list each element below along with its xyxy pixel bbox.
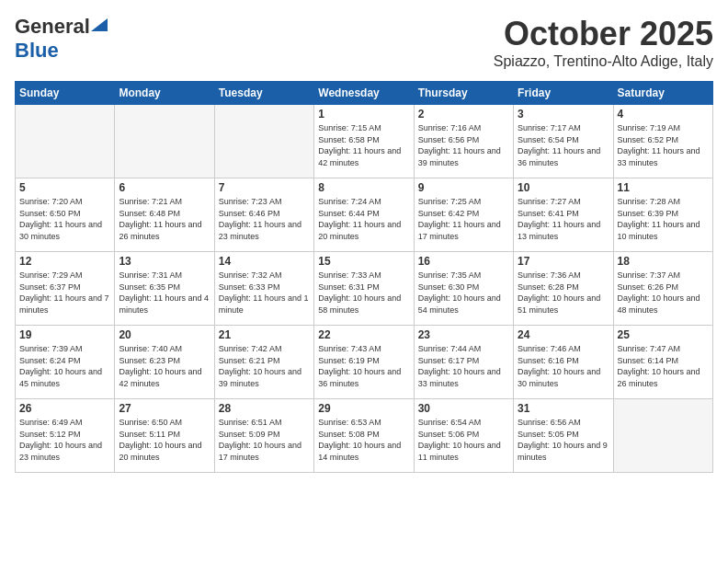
day-number: 26 bbox=[19, 402, 110, 415]
day-number: 14 bbox=[219, 255, 310, 268]
calendar-cell: 28Sunrise: 6:51 AMSunset: 5:09 PMDayligh… bbox=[214, 399, 313, 473]
logo-general: General bbox=[15, 15, 90, 39]
day-number: 29 bbox=[318, 402, 409, 415]
day-number: 3 bbox=[518, 108, 609, 121]
calendar-cell: 21Sunrise: 7:42 AMSunset: 6:21 PMDayligh… bbox=[214, 326, 313, 399]
calendar-table: SundayMondayTuesdayWednesdayThursdayFrid… bbox=[15, 81, 713, 473]
day-number: 27 bbox=[119, 402, 210, 415]
calendar-cell: 6Sunrise: 7:21 AMSunset: 6:48 PMDaylight… bbox=[115, 178, 214, 252]
day-number: 7 bbox=[219, 181, 310, 194]
title-block: October 2025 Spiazzo, Trentino-Alto Adig… bbox=[494, 15, 713, 70]
day-number: 1 bbox=[318, 108, 409, 121]
calendar-week-4: 19Sunrise: 7:39 AMSunset: 6:24 PMDayligh… bbox=[16, 326, 713, 399]
day-info: Sunrise: 6:53 AMSunset: 5:08 PMDaylight:… bbox=[318, 417, 409, 463]
calendar-cell: 8Sunrise: 7:24 AMSunset: 6:44 PMDaylight… bbox=[314, 178, 414, 252]
day-info: Sunrise: 7:35 AMSunset: 6:30 PMDaylight:… bbox=[418, 270, 509, 316]
weekday-header-monday: Monday bbox=[115, 82, 214, 105]
calendar-cell: 17Sunrise: 7:36 AMSunset: 6:28 PMDayligh… bbox=[514, 252, 613, 326]
day-number: 5 bbox=[19, 181, 110, 194]
calendar-week-5: 26Sunrise: 6:49 AMSunset: 5:12 PMDayligh… bbox=[16, 399, 713, 473]
day-info: Sunrise: 7:31 AMSunset: 6:35 PMDaylight:… bbox=[119, 270, 210, 316]
day-info: Sunrise: 6:56 AMSunset: 5:05 PMDaylight:… bbox=[518, 417, 609, 463]
calendar-cell: 1Sunrise: 7:15 AMSunset: 6:58 PMDaylight… bbox=[314, 105, 414, 178]
logo: General Blue bbox=[15, 15, 108, 63]
day-info: Sunrise: 7:21 AMSunset: 6:48 PMDaylight:… bbox=[119, 196, 210, 242]
day-number: 16 bbox=[418, 255, 509, 268]
month-title: October 2025 bbox=[494, 15, 713, 53]
weekday-header-row: SundayMondayTuesdayWednesdayThursdayFrid… bbox=[16, 82, 713, 105]
calendar-cell: 27Sunrise: 6:50 AMSunset: 5:11 PMDayligh… bbox=[115, 399, 214, 473]
calendar-cell bbox=[16, 105, 115, 178]
day-info: Sunrise: 7:46 AMSunset: 6:16 PMDaylight:… bbox=[518, 343, 609, 389]
calendar-week-3: 12Sunrise: 7:29 AMSunset: 6:37 PMDayligh… bbox=[16, 252, 713, 326]
day-info: Sunrise: 7:25 AMSunset: 6:42 PMDaylight:… bbox=[418, 196, 509, 242]
weekday-header-sunday: Sunday bbox=[16, 82, 115, 105]
calendar-cell bbox=[115, 105, 214, 178]
day-info: Sunrise: 7:40 AMSunset: 6:23 PMDaylight:… bbox=[119, 343, 210, 389]
day-info: Sunrise: 7:16 AMSunset: 6:56 PMDaylight:… bbox=[418, 122, 509, 168]
day-info: Sunrise: 7:39 AMSunset: 6:24 PMDaylight:… bbox=[19, 343, 110, 389]
day-info: Sunrise: 7:37 AMSunset: 6:26 PMDaylight:… bbox=[618, 270, 709, 316]
day-info: Sunrise: 7:20 AMSunset: 6:50 PMDaylight:… bbox=[19, 196, 110, 242]
calendar-cell: 15Sunrise: 7:33 AMSunset: 6:31 PMDayligh… bbox=[314, 252, 414, 326]
calendar-cell: 26Sunrise: 6:49 AMSunset: 5:12 PMDayligh… bbox=[16, 399, 115, 473]
day-info: Sunrise: 7:42 AMSunset: 6:21 PMDaylight:… bbox=[219, 343, 310, 389]
weekday-header-wednesday: Wednesday bbox=[314, 82, 414, 105]
weekday-header-tuesday: Tuesday bbox=[214, 82, 313, 105]
day-number: 13 bbox=[119, 255, 210, 268]
day-number: 22 bbox=[318, 328, 409, 341]
calendar-cell: 12Sunrise: 7:29 AMSunset: 6:37 PMDayligh… bbox=[16, 252, 115, 326]
calendar-cell: 3Sunrise: 7:17 AMSunset: 6:54 PMDaylight… bbox=[514, 105, 613, 178]
page-header: General Blue October 2025 Spiazzo, Trent… bbox=[15, 15, 713, 70]
day-info: Sunrise: 6:50 AMSunset: 5:11 PMDaylight:… bbox=[119, 417, 210, 463]
day-info: Sunrise: 7:43 AMSunset: 6:19 PMDaylight:… bbox=[318, 343, 409, 389]
calendar-cell: 20Sunrise: 7:40 AMSunset: 6:23 PMDayligh… bbox=[115, 326, 214, 399]
day-info: Sunrise: 7:28 AMSunset: 6:39 PMDaylight:… bbox=[618, 196, 709, 242]
svg-marker-0 bbox=[91, 18, 108, 31]
day-info: Sunrise: 7:44 AMSunset: 6:17 PMDaylight:… bbox=[418, 343, 509, 389]
day-number: 21 bbox=[219, 328, 310, 341]
calendar-week-1: 1Sunrise: 7:15 AMSunset: 6:58 PMDaylight… bbox=[16, 105, 713, 178]
calendar-cell: 19Sunrise: 7:39 AMSunset: 6:24 PMDayligh… bbox=[16, 326, 115, 399]
day-number: 17 bbox=[518, 255, 609, 268]
calendar-week-2: 5Sunrise: 7:20 AMSunset: 6:50 PMDaylight… bbox=[16, 178, 713, 252]
day-info: Sunrise: 6:54 AMSunset: 5:06 PMDaylight:… bbox=[418, 417, 509, 463]
calendar-cell: 23Sunrise: 7:44 AMSunset: 6:17 PMDayligh… bbox=[414, 326, 513, 399]
calendar-cell: 24Sunrise: 7:46 AMSunset: 6:16 PMDayligh… bbox=[514, 326, 613, 399]
calendar-cell: 10Sunrise: 7:27 AMSunset: 6:41 PMDayligh… bbox=[514, 178, 613, 252]
day-number: 4 bbox=[618, 108, 709, 121]
calendar-cell: 31Sunrise: 6:56 AMSunset: 5:05 PMDayligh… bbox=[514, 399, 613, 473]
weekday-header-saturday: Saturday bbox=[613, 82, 712, 105]
day-number: 23 bbox=[418, 328, 509, 341]
day-number: 11 bbox=[618, 181, 709, 194]
day-number: 15 bbox=[318, 255, 409, 268]
day-number: 25 bbox=[618, 328, 709, 341]
calendar-cell: 2Sunrise: 7:16 AMSunset: 6:56 PMDaylight… bbox=[414, 105, 513, 178]
day-number: 30 bbox=[418, 402, 509, 415]
day-info: Sunrise: 6:49 AMSunset: 5:12 PMDaylight:… bbox=[19, 417, 110, 463]
day-number: 24 bbox=[518, 328, 609, 341]
day-info: Sunrise: 7:32 AMSunset: 6:33 PMDaylight:… bbox=[219, 270, 310, 316]
calendar-cell: 7Sunrise: 7:23 AMSunset: 6:46 PMDaylight… bbox=[214, 178, 313, 252]
calendar-cell: 18Sunrise: 7:37 AMSunset: 6:26 PMDayligh… bbox=[613, 252, 712, 326]
day-info: Sunrise: 6:51 AMSunset: 5:09 PMDaylight:… bbox=[219, 417, 310, 463]
weekday-header-friday: Friday bbox=[514, 82, 613, 105]
day-number: 28 bbox=[219, 402, 310, 415]
calendar-cell: 11Sunrise: 7:28 AMSunset: 6:39 PMDayligh… bbox=[613, 178, 712, 252]
day-info: Sunrise: 7:29 AMSunset: 6:37 PMDaylight:… bbox=[19, 270, 110, 316]
calendar-cell: 4Sunrise: 7:19 AMSunset: 6:52 PMDaylight… bbox=[613, 105, 712, 178]
day-number: 2 bbox=[418, 108, 509, 121]
day-number: 19 bbox=[19, 328, 110, 341]
day-number: 10 bbox=[518, 181, 609, 194]
calendar-cell: 29Sunrise: 6:53 AMSunset: 5:08 PMDayligh… bbox=[314, 399, 414, 473]
day-info: Sunrise: 7:19 AMSunset: 6:52 PMDaylight:… bbox=[618, 122, 709, 168]
calendar-cell bbox=[214, 105, 313, 178]
calendar-cell: 9Sunrise: 7:25 AMSunset: 6:42 PMDaylight… bbox=[414, 178, 513, 252]
calendar-cell bbox=[613, 399, 712, 473]
logo-arrow-icon bbox=[91, 15, 108, 31]
day-number: 20 bbox=[119, 328, 210, 341]
logo-blue: Blue bbox=[15, 39, 59, 62]
day-info: Sunrise: 7:47 AMSunset: 6:14 PMDaylight:… bbox=[618, 343, 709, 389]
day-info: Sunrise: 7:15 AMSunset: 6:58 PMDaylight:… bbox=[318, 122, 409, 168]
calendar-cell: 22Sunrise: 7:43 AMSunset: 6:19 PMDayligh… bbox=[314, 326, 414, 399]
